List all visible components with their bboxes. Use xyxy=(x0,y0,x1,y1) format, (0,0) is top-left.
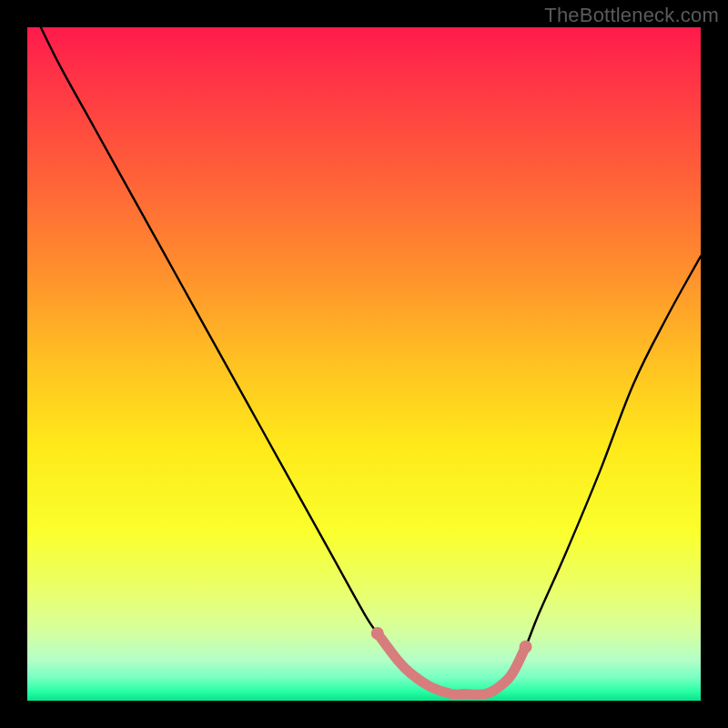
bottleneck-chart xyxy=(27,27,701,701)
watermark-text: TheBottleneck.com xyxy=(544,4,719,27)
plot-area xyxy=(27,27,701,701)
chart-frame: TheBottleneck.com xyxy=(0,0,728,728)
sweet-spot-dot xyxy=(520,641,532,653)
gradient-background xyxy=(27,27,701,701)
sweet-spot-dot xyxy=(371,627,384,640)
